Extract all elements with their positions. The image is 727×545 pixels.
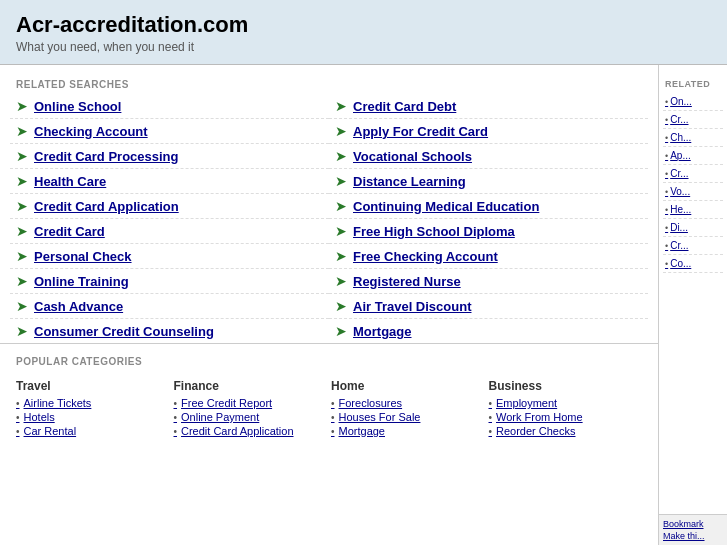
- sidebar-link[interactable]: He...: [663, 201, 723, 219]
- left-searches-col: ➤Online School➤Checking Account➤Credit C…: [10, 94, 329, 343]
- search-link[interactable]: Credit Card Application: [34, 199, 179, 214]
- popular-categories-label: POPULAR CATEGORIES: [16, 352, 642, 373]
- search-item: ➤Continuing Medical Education: [329, 194, 648, 219]
- category-header: Travel: [16, 379, 170, 393]
- sidebar-link[interactable]: Vo...: [663, 183, 723, 201]
- category-link[interactable]: Airline Tickets: [16, 397, 170, 409]
- make-text[interactable]: Make thi...: [663, 531, 723, 541]
- categories-section: POPULAR CATEGORIES TravelAirline Tickets…: [0, 343, 658, 447]
- sidebar-link[interactable]: Cr...: [663, 237, 723, 255]
- search-item: ➤Free Checking Account: [329, 244, 648, 269]
- search-link[interactable]: Vocational Schools: [353, 149, 472, 164]
- category-link[interactable]: Credit Card Application: [174, 425, 328, 437]
- arrow-icon: ➤: [16, 173, 28, 189]
- search-link[interactable]: Cash Advance: [34, 299, 123, 314]
- arrow-icon: ➤: [16, 248, 28, 264]
- sidebar-link[interactable]: Co...: [663, 255, 723, 273]
- search-link[interactable]: Free High School Diploma: [353, 224, 515, 239]
- sidebar-link[interactable]: Cr...: [663, 165, 723, 183]
- arrow-icon: ➤: [335, 198, 347, 214]
- arrow-icon: ➤: [335, 248, 347, 264]
- category-col-business: BusinessEmploymentWork From HomeReorder …: [489, 379, 643, 439]
- search-item: ➤Personal Check: [10, 244, 329, 269]
- search-link[interactable]: Mortgage: [353, 324, 412, 339]
- arrow-icon: ➤: [335, 173, 347, 189]
- category-link[interactable]: Hotels: [16, 411, 170, 423]
- sidebar-related-label: RELATED: [663, 73, 723, 93]
- main-area: RELATED SEARCHES ➤Online School➤Checking…: [0, 65, 727, 545]
- search-item: ➤Health Care: [10, 169, 329, 194]
- search-item: ➤Online School: [10, 94, 329, 119]
- left-column: RELATED SEARCHES ➤Online School➤Checking…: [0, 65, 659, 545]
- search-link[interactable]: Online School: [34, 99, 121, 114]
- sidebar-link[interactable]: Cr...: [663, 111, 723, 129]
- category-header: Home: [331, 379, 485, 393]
- category-link[interactable]: Reorder Checks: [489, 425, 643, 437]
- search-item: ➤Credit Card Processing: [10, 144, 329, 169]
- search-link[interactable]: Online Training: [34, 274, 129, 289]
- search-item: ➤Distance Learning: [329, 169, 648, 194]
- search-link[interactable]: Checking Account: [34, 124, 148, 139]
- searches-grid: ➤Online School➤Checking Account➤Credit C…: [0, 94, 658, 343]
- search-link[interactable]: Air Travel Discount: [353, 299, 471, 314]
- arrow-icon: ➤: [335, 148, 347, 164]
- arrow-icon: ➤: [16, 148, 28, 164]
- search-link[interactable]: Personal Check: [34, 249, 132, 264]
- search-item: ➤Mortgage: [329, 319, 648, 343]
- categories-grid: TravelAirline TicketsHotelsCar RentalFin…: [16, 379, 642, 439]
- category-header: Finance: [174, 379, 328, 393]
- search-link[interactable]: Free Checking Account: [353, 249, 498, 264]
- category-col-finance: FinanceFree Credit ReportOnline PaymentC…: [174, 379, 328, 439]
- search-item: ➤Checking Account: [10, 119, 329, 144]
- search-item: ➤Credit Card: [10, 219, 329, 244]
- search-link[interactable]: Registered Nurse: [353, 274, 461, 289]
- search-link[interactable]: Distance Learning: [353, 174, 466, 189]
- search-item: ➤Online Training: [10, 269, 329, 294]
- search-link[interactable]: Continuing Medical Education: [353, 199, 539, 214]
- search-link[interactable]: Credit Card Processing: [34, 149, 179, 164]
- arrow-icon: ➤: [335, 323, 347, 339]
- search-link[interactable]: Credit Card: [34, 224, 105, 239]
- site-subtitle: What you need, when you need it: [16, 40, 711, 54]
- bookmark-text[interactable]: Bookmark: [663, 519, 723, 529]
- search-link[interactable]: Health Care: [34, 174, 106, 189]
- category-link[interactable]: Employment: [489, 397, 643, 409]
- category-link[interactable]: Foreclosures: [331, 397, 485, 409]
- arrow-icon: ➤: [16, 98, 28, 114]
- arrow-icon: ➤: [335, 223, 347, 239]
- category-col-home: HomeForeclosuresHouses For SaleMortgage: [331, 379, 485, 439]
- arrow-icon: ➤: [16, 323, 28, 339]
- category-col-travel: TravelAirline TicketsHotelsCar Rental: [16, 379, 170, 439]
- sidebar-links-list: On...Cr...Ch...Ap...Cr...Vo...He...Di...…: [663, 93, 723, 273]
- category-link[interactable]: Car Rental: [16, 425, 170, 437]
- search-item: ➤Free High School Diploma: [329, 219, 648, 244]
- search-item: ➤Consumer Credit Counseling: [10, 319, 329, 343]
- category-header: Business: [489, 379, 643, 393]
- sidebar-link[interactable]: Di...: [663, 219, 723, 237]
- sidebar-link[interactable]: On...: [663, 93, 723, 111]
- category-link[interactable]: Free Credit Report: [174, 397, 328, 409]
- search-item: ➤Credit Card Debt: [329, 94, 648, 119]
- arrow-icon: ➤: [16, 273, 28, 289]
- search-item: ➤Air Travel Discount: [329, 294, 648, 319]
- arrow-icon: ➤: [16, 223, 28, 239]
- arrow-icon: ➤: [16, 198, 28, 214]
- category-link[interactable]: Work From Home: [489, 411, 643, 423]
- sidebar-link[interactable]: Ch...: [663, 129, 723, 147]
- arrow-icon: ➤: [335, 98, 347, 114]
- arrow-icon: ➤: [16, 298, 28, 314]
- category-link[interactable]: Mortgage: [331, 425, 485, 437]
- right-searches-col: ➤Credit Card Debt➤Apply For Credit Card➤…: [329, 94, 648, 343]
- search-item: ➤Apply For Credit Card: [329, 119, 648, 144]
- search-link[interactable]: Credit Card Debt: [353, 99, 456, 114]
- category-link[interactable]: Houses For Sale: [331, 411, 485, 423]
- category-link[interactable]: Online Payment: [174, 411, 328, 423]
- sidebar-link[interactable]: Ap...: [663, 147, 723, 165]
- arrow-icon: ➤: [335, 273, 347, 289]
- page-wrapper: Acr-accreditation.com What you need, whe…: [0, 0, 727, 545]
- search-link[interactable]: Consumer Credit Counseling: [34, 324, 214, 339]
- site-title: Acr-accreditation.com: [16, 12, 711, 38]
- search-item: ➤Registered Nurse: [329, 269, 648, 294]
- arrow-icon: ➤: [335, 298, 347, 314]
- search-link[interactable]: Apply For Credit Card: [353, 124, 488, 139]
